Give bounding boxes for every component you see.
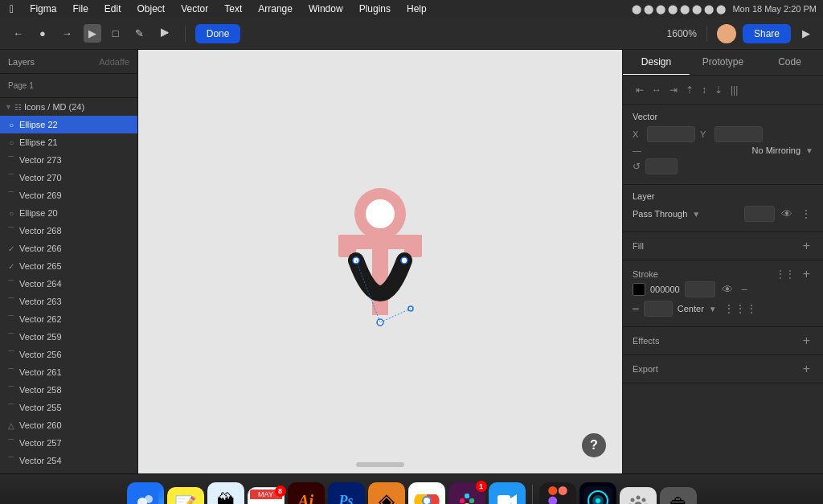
menu-file[interactable]: File [69,3,91,14]
dock-figma[interactable] [539,482,576,504]
svg-rect-9 [469,498,474,503]
stroke-color-swatch[interactable] [633,283,645,296]
menu-window[interactable]: Window [305,3,346,14]
add-effect-button[interactable]: + [800,334,813,348]
menu-figma[interactable]: Figma [27,3,59,14]
layer-item-vector269[interactable]: ⌒ Vector 269 [0,186,137,204]
canvas[interactable]: ? [138,50,622,473]
dock-slack[interactable]: 1 [448,482,485,504]
dock-chrome[interactable] [408,482,445,504]
anchor-ring-hole [366,199,395,228]
dock-finder[interactable] [127,482,164,504]
layer-item-vector255[interactable]: ⌒ Vector 255 [0,399,137,416]
pen-tool[interactable]: ✎ [130,24,149,43]
stroke-width-input[interactable]: 2 [644,301,673,317]
layer-item-vector258[interactable]: ⌒ Vector 258 [0,381,137,399]
home-button[interactable]: ● [35,24,51,43]
align-top[interactable]: ⇡ [682,82,697,98]
menu-help[interactable]: Help [403,3,430,14]
tab-code[interactable]: Code [756,50,823,75]
align-right[interactable]: ⇥ [666,82,681,98]
dock-notes[interactable]: 📝 [167,487,204,504]
dock-vpn[interactable] [579,482,616,504]
add-fill-button[interactable]: + [800,239,813,253]
frame-tool[interactable]: □ [108,24,124,43]
layer-item-vector266[interactable]: ✓ Vector 266 [0,240,137,257]
svg-rect-16 [548,497,557,504]
distribute-h[interactable]: ||| [727,82,741,98]
layer-title: Layer [633,191,655,201]
layer-name: Vector 270 [19,173,62,182]
x-input[interactable] [647,126,695,142]
dock-sketch[interactable]: ◈ [368,482,405,504]
angle-input[interactable]: 0 [645,158,678,174]
stroke-options-btn[interactable]: ⋮⋮ [774,267,796,281]
dock-trash[interactable]: 🗑 [660,487,697,504]
menu-text[interactable]: Text [221,3,245,14]
layer-item-vector263[interactable]: ⌒ Vector 263 [0,293,137,310]
svg-point-29 [630,498,634,502]
stroke-remove-btn[interactable]: − [739,281,749,297]
layer-name: Vector 254 [19,456,62,465]
layer-item-vector254[interactable]: ⌒ Vector 254 [0,452,137,469]
menu-vector[interactable]: Vector [178,3,211,14]
back-button[interactable]: ← [8,24,28,43]
layer-item-ellipse22[interactable]: ○ Ellipse 22 [0,116,137,133]
layer-item-vector264[interactable]: ⌒ Vector 264 [0,275,137,293]
dock-zoom[interactable] [489,482,526,504]
layer-item-vector257[interactable]: ⌒ Vector 257 [0,434,137,452]
layer-item-vector270[interactable]: ⌒ Vector 270 [0,169,137,186]
play-button[interactable]: ▶ [797,24,815,43]
group-header[interactable]: ▼ ☷ Icons / MD (24) [0,98,137,116]
layer-item-vector261[interactable]: ⌒ Vector 261 [0,363,137,381]
layer-item-vector260[interactable]: △ Vector 260 [0,416,137,434]
layer-item-vector262[interactable]: ⌒ Vector 262 [0,310,137,328]
dock-photos[interactable]: 🏔 [207,482,244,504]
visibility-toggle[interactable]: 👁 [780,206,794,222]
align-center-h[interactable]: ↔ [649,82,665,98]
vector-section: Vector X Y — No Mirroring ▼ ↺ 0 [623,105,823,185]
layer-item-ellipse20[interactable]: ○ Ellipse 20 [0,204,137,222]
forward-button[interactable]: → [57,24,77,43]
select-tool[interactable]: ▶ [84,24,101,43]
layer-item-vector259[interactable]: ⌒ Vector 259 [0,328,137,346]
horizontal-scrollbar[interactable] [356,462,404,467]
done-button[interactable]: Done [195,24,241,43]
layer-name: Vector 260 [19,420,62,430]
layer-item-vector265[interactable]: ✓ Vector 265 [0,257,137,275]
help-button[interactable]: ? [582,433,606,457]
align-left[interactable]: ⇤ [633,82,647,98]
layer-item-ellipse21[interactable]: ○ Ellipse 21 [0,133,137,151]
align-bottom[interactable]: ⇣ [711,82,726,98]
layer-item-vector268[interactable]: ⌒ Vector 268 [0,222,137,240]
shape-tool[interactable]: ⯈ [155,24,175,43]
dock-calendar[interactable]: MAY 18 8 [248,487,285,504]
stroke-more-btn[interactable]: ⋮⋮⋮ [722,301,759,317]
tab-prototype[interactable]: Prototype [690,50,756,75]
layer-item-vector273[interactable]: ⌒ Vector 273 [0,151,137,169]
layer-name: Ellipse 21 [19,137,58,147]
y-input[interactable] [714,126,763,142]
align-center-v[interactable]: ↕ [698,82,710,98]
menu-arrange[interactable]: Arrange [255,3,296,14]
stroke-section-header: Stroke ⋮⋮ + [633,267,813,281]
add-export-button[interactable]: + [800,362,813,376]
dock-system-prefs[interactable] [620,487,657,504]
layer-name: Vector 268 [19,226,62,236]
dock-illustrator[interactable]: Ai [288,482,325,504]
menu-object[interactable]: Object [134,3,169,14]
layer-item-vector256[interactable]: ⌒ Vector 256 [0,346,137,363]
dock-photoshop[interactable]: Ps [328,482,365,504]
share-button[interactable]: Share [743,24,791,43]
lock-toggle[interactable]: ⋮ [799,206,813,222]
slack-badge: 1 [476,481,487,492]
apple-menu[interactable]:  [6,2,17,15]
opacity-input[interactable]: 100% [744,206,775,222]
assets-label: Addaffe [99,57,129,67]
menu-edit[interactable]: Edit [101,3,125,14]
menu-plugins[interactable]: Plugins [356,3,394,14]
add-stroke-button[interactable]: + [800,267,813,281]
stroke-opacity-input[interactable]: 100% [685,281,715,297]
tab-design[interactable]: Design [623,50,690,75]
stroke-visibility-toggle[interactable]: 👁 [720,281,735,297]
